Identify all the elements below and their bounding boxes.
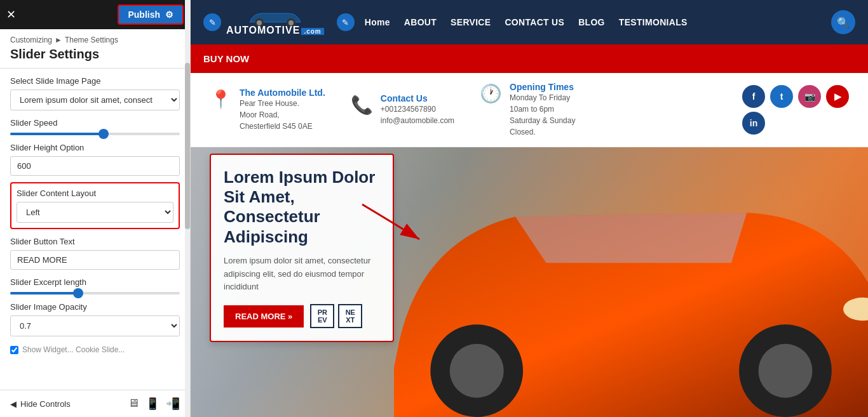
hours-details: Monday To Friday10am to 6pmSaturday & Su… [510, 92, 575, 138]
nav-testimonials[interactable]: TESTIMONIALS [619, 17, 688, 27]
phone-icon: 📞 [351, 95, 373, 116]
linkedin-icon[interactable]: in [742, 112, 765, 135]
panel-body: Select Slide Image Page Lorem ipsum dolo… [0, 69, 190, 390]
address-info: 📍 The Automobile Ltd. Pear Tree House.Mo… [210, 88, 325, 132]
edit-logo-pencil[interactable]: ✎ [203, 13, 221, 31]
nav-home[interactable]: Home [365, 17, 390, 27]
contact-info: 📞 Contact Us +001234567890info@automobil… [351, 93, 454, 126]
slider-speed-fill [10, 133, 104, 135]
slider-car-image [394, 147, 868, 417]
instagram-icon[interactable]: 📷 [798, 85, 821, 108]
breadcrumb-separator: ► [55, 36, 62, 44]
slide-image-select[interactable]: Lorem ipsum dolor sit amet, consect [10, 89, 180, 110]
slider-speed-track [10, 133, 180, 135]
red-nav-bar: BUY NOW [191, 44, 868, 73]
nav-links: Home ABOUT SERVICE CONTACT US BLOG TESTI… [365, 17, 831, 27]
breadcrumb-home[interactable]: Customizing [10, 36, 52, 44]
publish-button[interactable]: Publish ⚙ [118, 4, 184, 25]
info-bar: 📍 The Automobile Ltd. Pear Tree House.Mo… [191, 73, 868, 147]
slide-image-label: Select Slide Image Page [10, 76, 180, 86]
youtube-icon[interactable]: ▶ [826, 85, 849, 108]
hide-controls-button[interactable]: ◀ Hide Controls [10, 399, 71, 409]
show-widget-label: Show Widget... Cookie Slide... [22, 345, 125, 354]
logo-text: AUTOMOTIVE [226, 25, 300, 36]
hide-controls-label: Hide Controls [20, 399, 71, 409]
svg-point-5 [450, 344, 504, 398]
panel-footer: ◀ Hide Controls 🖥 📱 📲 [0, 390, 190, 417]
slider-height-input[interactable] [10, 156, 180, 176]
footer-icons: 🖥 📱 📲 [128, 397, 180, 411]
site-navigation: ✎ AUTOMOTIVE.com ✎ Home ABOUT [191, 0, 868, 44]
nav-contact[interactable]: CONTACT US [505, 17, 564, 27]
tablet-icon[interactable]: 📱 [146, 397, 159, 411]
slider-area: Lorem Ipsum Dolor Sit Amet, Consectetur … [191, 147, 868, 417]
scrollbar[interactable] [185, 0, 190, 417]
mobile-icon[interactable]: 📲 [166, 397, 180, 411]
slider-speed-label: Slider Speed [10, 118, 180, 128]
hours-title: Opening Times [510, 82, 575, 92]
slider-content-box: Lorem Ipsum Dolor Sit Amet, Consectetur … [210, 154, 394, 342]
slider-content-layout-section: Slider Content Layout Left [10, 182, 180, 229]
slider-content-layout-label: Slider Content Layout [17, 189, 173, 198]
slider-speed-thumb[interactable] [98, 129, 109, 139]
site-preview: ✎ AUTOMOTIVE.com ✎ Home ABOUT [191, 0, 868, 417]
chevron-left-icon: ◀ [10, 399, 17, 409]
twitter-icon[interactable]: t [770, 85, 793, 108]
hours-info: 🕐 Opening Times Monday To Friday10am to … [480, 82, 575, 138]
show-widget-checkbox[interactable] [10, 346, 18, 354]
slider-opacity-select[interactable]: 0.7 [10, 315, 180, 336]
read-more-button[interactable]: READ MORE » [224, 305, 304, 328]
nav-arrows: PREV NEXT [310, 304, 362, 328]
slider-opacity-label: Slider Image Opacity [10, 302, 180, 312]
slider-excerpt-thumb[interactable] [73, 288, 83, 298]
address-lines: Pear Tree House.Moor Road,Chesterfield S… [240, 98, 325, 132]
svg-point-7 [758, 344, 812, 398]
publish-label: Publish [128, 10, 160, 20]
address-title: The Automobile Ltd. [240, 88, 325, 98]
prev-button[interactable]: PREV [310, 304, 334, 328]
slider-button-text-input[interactable] [10, 250, 180, 270]
breadcrumb-page: Theme Settings [65, 36, 118, 44]
next-button[interactable]: NEXT [338, 304, 362, 328]
social-icons: f t 📷 ▶ in [742, 85, 849, 135]
edit-nav-pencil[interactable]: ✎ [337, 13, 355, 31]
location-icon: 📍 [210, 89, 232, 110]
slider-button-text-label: Slider Button Text [10, 237, 180, 246]
gear-icon: ⚙ [165, 10, 173, 20]
slider-buttons: READ MORE » PREV NEXT [224, 304, 380, 328]
buy-now-link[interactable]: BUY NOW [203, 53, 249, 64]
clock-icon: 🕐 [480, 83, 502, 104]
desktop-icon[interactable]: 🖥 [128, 397, 139, 411]
slider-excerpt: Lorem ipsum dolor sit amet, consectetur … [224, 255, 380, 294]
facebook-icon[interactable]: f [742, 85, 765, 108]
slider-title: Lorem Ipsum Dolor Sit Amet, Consectetur … [224, 168, 380, 247]
slider-height-label: Slider Height Option [10, 143, 180, 152]
close-button[interactable]: ✕ [6, 8, 16, 22]
contact-title: Contact Us [381, 93, 454, 103]
breadcrumb: Customizing ► Theme Settings [0, 29, 190, 46]
nav-blog[interactable]: BLOG [578, 17, 605, 27]
site-logo: AUTOMOTIVE.com [226, 8, 324, 36]
logo-sub: .com [301, 28, 323, 35]
scroll-thumb[interactable] [185, 63, 190, 230]
slider-content-layout-select[interactable]: Left [17, 202, 173, 223]
panel-title: Slider Settings [0, 46, 190, 69]
slider-excerpt-track [10, 292, 180, 295]
search-button[interactable]: 🔍 [831, 10, 855, 34]
contact-details: +001234567890info@automobile.com [381, 103, 454, 126]
nav-about[interactable]: ABOUT [404, 17, 437, 27]
customizer-panel: ✕ Publish ⚙ Customizing ► Theme Settings… [0, 0, 191, 417]
panel-topbar: ✕ Publish ⚙ [0, 0, 190, 29]
slider-excerpt-fill [10, 292, 78, 295]
slider-excerpt-label: Slider Excerpt length [10, 277, 180, 287]
nav-service[interactable]: SERVICE [451, 17, 491, 27]
